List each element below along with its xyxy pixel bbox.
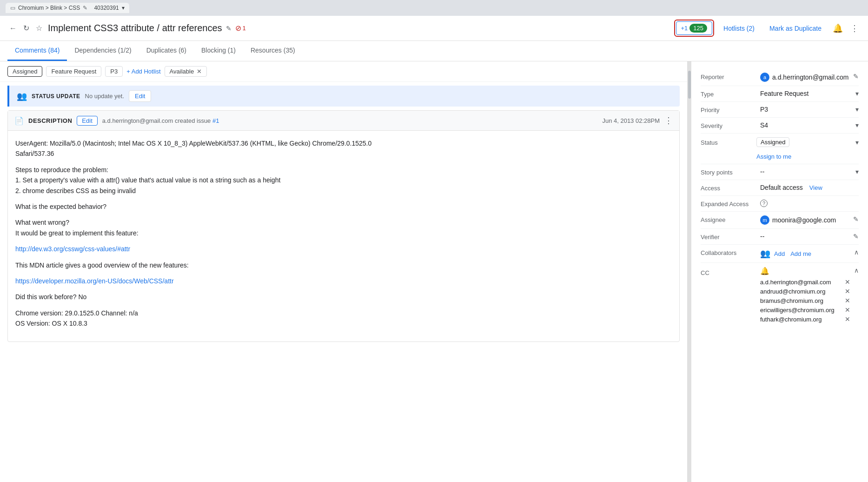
status-edit-button[interactable]: Edit xyxy=(129,90,151,102)
type-value: Feature Request ▾ xyxy=(760,90,859,97)
story-points-label: Story points xyxy=(701,168,756,176)
mark-duplicate-button[interactable]: Mark as Duplicate xyxy=(764,22,827,35)
cc-item-5-remove[interactable]: ✕ xyxy=(845,315,850,323)
access-view-link[interactable]: View xyxy=(809,184,822,191)
collaborators-icon: 👥 xyxy=(760,248,770,259)
desc-expected: What is the expected behavior? xyxy=(15,201,672,212)
priority-dropdown[interactable]: ▾ xyxy=(855,106,859,113)
type-dropdown[interactable]: ▾ xyxy=(855,90,859,97)
hotlists-button[interactable]: Hotlists (2) xyxy=(718,22,760,35)
tab-icon: ▭ xyxy=(10,5,15,11)
assignee-field: Assignee m moonira@google.com ✎ xyxy=(701,212,859,229)
scrollbar-thumb xyxy=(688,71,691,99)
back-button[interactable]: ← xyxy=(7,22,19,34)
tags-bar: Assigned Feature Request P3 + Add Hotlis… xyxy=(0,61,687,82)
cc-item-2-remove[interactable]: ✕ xyxy=(845,288,850,295)
expanded-access-field: Expanded Access ? xyxy=(701,196,859,212)
severity-dropdown[interactable]: ▾ xyxy=(855,121,859,129)
cc-collapse-icon[interactable]: ∧ xyxy=(854,267,859,274)
page-title-area: Implement CSS3 attribute / attr referenc… xyxy=(48,23,670,33)
description-more-button[interactable]: ⋮ xyxy=(664,115,673,126)
expanded-access-help-icon[interactable]: ? xyxy=(760,200,768,207)
error-count: 1 xyxy=(243,25,246,32)
priority-label: Priority xyxy=(701,106,756,114)
status-value: Assigned ▾ xyxy=(756,137,859,147)
tag-assigned[interactable]: Assigned xyxy=(7,66,42,77)
collaborators-collapse-icon[interactable]: ∧ xyxy=(854,248,859,256)
reporter-edit-icon[interactable]: ✎ xyxy=(853,73,859,80)
story-points-dropdown[interactable]: ▾ xyxy=(855,168,859,175)
w3c-link[interactable]: http://dev.w3.org/csswg/css-values/#attr xyxy=(15,245,130,253)
description-edit-button[interactable]: Edit xyxy=(77,116,97,126)
nav-controls: ← ↻ ☆ xyxy=(7,22,44,34)
status-dropdown[interactable]: ▾ xyxy=(855,139,859,146)
status-update-label: STATUS UPDATE xyxy=(32,93,80,100)
error-icon: ⊘ xyxy=(235,24,241,33)
reporter-value: a a.d.herrington@gmail.com xyxy=(760,73,849,82)
desc-useragent: UserAgent: Mozilla/5.0 (Macintosh; Intel… xyxy=(15,138,672,159)
vote-plus-label: +1 xyxy=(681,25,688,32)
assign-me-link[interactable]: Assign to me xyxy=(756,153,791,160)
description-author: a.d.herrington@gmail.com created issue #… xyxy=(102,117,219,124)
description-content: UserAgent: Mozilla/5.0 (Macintosh; Intel… xyxy=(8,131,679,341)
nav-actions: +1 125 Hotlists (2) Mark as Duplicate 🔔 … xyxy=(674,20,861,37)
type-label: Type xyxy=(701,90,756,98)
assignee-edit-icon[interactable]: ✎ xyxy=(853,215,859,223)
severity-value: S4 ▾ xyxy=(760,121,859,129)
add-hotlist-button[interactable]: + Add Hotlist xyxy=(126,68,160,75)
priority-value: P3 ▾ xyxy=(760,106,859,113)
tabs-bar: Comments (84) Dependencies (1/2) Duplica… xyxy=(0,41,868,61)
notification-bell-button[interactable]: 🔔 xyxy=(831,21,845,35)
collaborators-add-link[interactable]: Add xyxy=(774,250,785,257)
issue-link[interactable]: #1 xyxy=(212,117,219,124)
refresh-button[interactable]: ↻ xyxy=(21,22,31,34)
tag-p3[interactable]: P3 xyxy=(105,66,123,77)
cc-bell-icon: 🔔 xyxy=(760,267,769,275)
vote-count: 125 xyxy=(689,24,707,33)
assignee-avatar: m xyxy=(760,215,769,225)
verifier-value: -- xyxy=(760,233,849,240)
status-row: Status Assigned ▾ xyxy=(701,137,859,147)
panel-scrollbar[interactable] xyxy=(688,61,691,482)
reporter-label: Reporter xyxy=(701,73,756,80)
collaborators-links: Add Add me xyxy=(774,250,811,257)
more-options-button[interactable]: ⋮ xyxy=(848,21,861,35)
tab-resources[interactable]: Resources (35) xyxy=(243,41,303,61)
issue-id: 40320391 xyxy=(94,5,119,11)
verifier-edit-icon[interactable]: ✎ xyxy=(853,233,859,240)
tag-feature-request[interactable]: Feature Request xyxy=(46,66,101,77)
cc-item-3-remove[interactable]: ✕ xyxy=(845,297,850,304)
collaborators-content: 👥 Add Add me xyxy=(760,248,850,259)
cc-item-2: andruud@chromium.org ✕ xyxy=(760,287,850,296)
tab-blocking[interactable]: Blocking (1) xyxy=(194,41,243,61)
page-title: Implement CSS3 attribute / attr referenc… xyxy=(48,23,222,33)
tab-comments[interactable]: Comments (84) xyxy=(7,41,67,61)
title-edit-icon[interactable]: ✎ xyxy=(226,25,232,32)
desc-link1-para: http://dev.w3.org/csswg/css-values/#attr xyxy=(15,244,672,254)
tab-duplicates[interactable]: Duplicates (6) xyxy=(139,41,194,61)
desc-mdn-intro: This MDN article gives a good overview o… xyxy=(15,260,672,270)
collaborators-label: Collaborators xyxy=(701,248,756,256)
main-layout: Assigned Feature Request P3 + Add Hotlis… xyxy=(0,61,868,482)
star-button[interactable]: ☆ xyxy=(34,22,44,34)
cc-item-4: ericwilligers@chromium.org ✕ xyxy=(760,305,850,315)
vote-plus-button[interactable]: +1 125 xyxy=(676,21,713,35)
edit-breadcrumb-icon[interactable]: ✎ xyxy=(83,5,87,11)
collaborators-add-me-link[interactable]: Add me xyxy=(790,250,811,257)
status-field: Status Assigned ▾ Assign to me xyxy=(701,134,859,164)
mdn-link[interactable]: https://developer.mozilla.org/en-US/docs… xyxy=(15,277,174,285)
cc-item-1-remove[interactable]: ✕ xyxy=(845,278,850,286)
assignee-value: m moonira@google.com xyxy=(760,215,849,225)
tab-dropdown-icon[interactable]: ▾ xyxy=(122,5,125,11)
access-value: Default access View xyxy=(760,184,859,191)
available-tag-close[interactable]: ✕ xyxy=(197,68,202,75)
cc-section: 🔔 a.d.herrington@gmail.com ✕ andruud@chr… xyxy=(760,267,850,324)
tab-dependencies[interactable]: Dependencies (1/2) xyxy=(67,41,139,61)
assign-me-row: Assign to me xyxy=(701,153,791,160)
expanded-access-label: Expanded Access xyxy=(701,200,756,208)
cc-item-4-remove[interactable]: ✕ xyxy=(845,306,850,314)
reporter-field: Reporter a a.d.herrington@gmail.com ✎ xyxy=(701,69,859,86)
cc-field: CC 🔔 a.d.herrington@gmail.com ✕ andruud@… xyxy=(701,263,859,328)
cc-item-1: a.d.herrington@gmail.com ✕ xyxy=(760,277,850,287)
severity-label: Severity xyxy=(701,121,756,129)
